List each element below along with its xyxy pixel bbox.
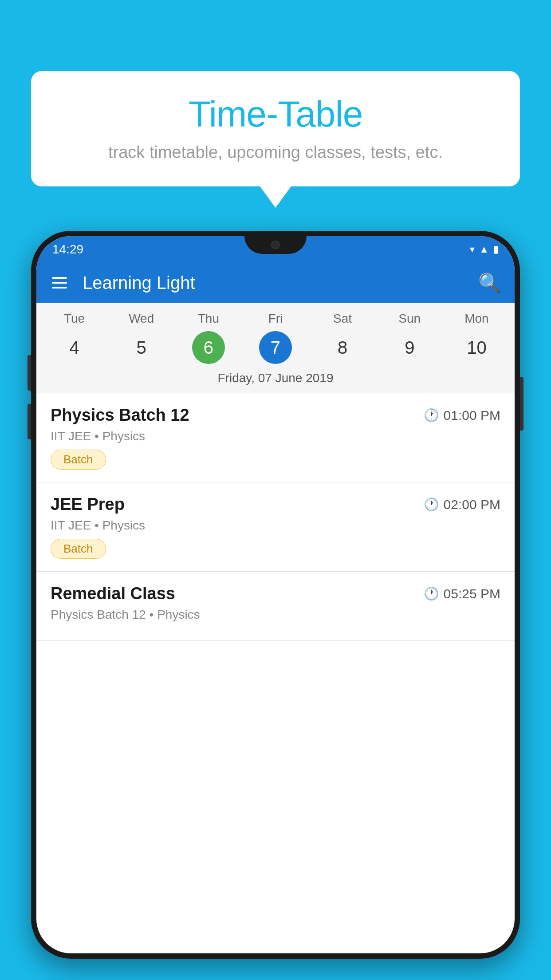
volume-down-button[interactable] [28, 404, 31, 439]
volume-up-button[interactable] [28, 355, 31, 391]
selected-date-label: Friday, 07 June 2019 [36, 364, 515, 393]
schedule-subtitle: IIT JEE • Physics [51, 518, 500, 533]
phone-wrapper: 14:29 ▾ ▲ ▮ Learning Light 🔍 [31, 231, 520, 980]
phone-frame: 14:29 ▾ ▲ ▮ Learning Light 🔍 [31, 231, 520, 959]
schedule-item-header: Physics Batch 12🕐01:00 PM [51, 406, 500, 425]
schedule-item-header: JEE Prep🕐02:00 PM [51, 495, 500, 514]
batch-badge: Batch [51, 450, 106, 470]
bubble-title: Time-Table [58, 93, 493, 135]
day-cell-thu[interactable]: Thu6 [177, 312, 240, 364]
schedule-subtitle: IIT JEE • Physics [51, 429, 500, 443]
schedule-title: JEE Prep [51, 495, 125, 514]
day-number: 4 [58, 331, 91, 364]
day-number: 5 [125, 331, 158, 364]
day-name: Tue [64, 312, 85, 326]
day-number: 10 [460, 331, 493, 364]
search-icon[interactable]: 🔍 [478, 272, 501, 294]
schedule-time: 🕐02:00 PM [424, 497, 500, 512]
day-number: 7 [259, 331, 292, 364]
day-name: Thu [198, 312, 219, 326]
power-button[interactable] [520, 377, 523, 431]
day-name: Fri [268, 312, 283, 326]
app-bar: Learning Light 🔍 [36, 263, 515, 303]
front-camera [271, 241, 280, 249]
day-cell-tue[interactable]: Tue4 [43, 312, 106, 364]
schedule-item[interactable]: Physics Batch 12🕐01:00 PMIIT JEE • Physi… [36, 393, 515, 482]
schedule-title: Remedial Class [51, 584, 175, 603]
status-icons: ▾ ▲ ▮ [470, 244, 499, 255]
day-number: 6 [192, 331, 225, 364]
schedule-item[interactable]: JEE Prep🕐02:00 PMIIT JEE • PhysicsBatch [36, 482, 515, 572]
status-bar: 14:29 ▾ ▲ ▮ [36, 236, 515, 263]
time-text: 01:00 PM [444, 408, 500, 423]
wifi-icon: ▾ [470, 244, 475, 255]
days-row: Tue4Wed5Thu6Fri7Sat8Sun9Mon10 [36, 312, 515, 364]
day-cell-sun[interactable]: Sun9 [378, 312, 441, 364]
day-number: 8 [326, 331, 359, 364]
day-name: Wed [129, 312, 154, 326]
schedule-item-header: Remedial Class🕐05:25 PM [51, 584, 500, 603]
day-cell-fri[interactable]: Fri7 [244, 312, 307, 364]
day-name: Sat [333, 312, 352, 326]
notch [244, 236, 307, 254]
speech-bubble: Time-Table track timetable, upcoming cla… [31, 71, 520, 186]
day-name: Mon [464, 312, 488, 326]
day-cell-wed[interactable]: Wed5 [110, 312, 173, 364]
calendar-strip: Tue4Wed5Thu6Fri7Sat8Sun9Mon10 Friday, 07… [36, 303, 515, 393]
status-time: 14:29 [52, 242, 83, 257]
time-text: 05:25 PM [444, 586, 500, 601]
phone-screen: 14:29 ▾ ▲ ▮ Learning Light 🔍 [36, 236, 515, 953]
schedule-time: 🕐01:00 PM [424, 408, 500, 423]
bubble-subtitle: track timetable, upcoming classes, tests… [58, 143, 493, 162]
day-name: Sun [398, 312, 421, 326]
day-cell-sat[interactable]: Sat8 [311, 312, 374, 364]
clock-icon: 🕐 [424, 408, 439, 423]
clock-icon: 🕐 [424, 586, 439, 601]
schedule-time: 🕐05:25 PM [424, 586, 500, 601]
app-title: Learning Light [83, 273, 465, 293]
schedule-item[interactable]: Remedial Class🕐05:25 PMPhysics Batch 12 … [36, 572, 515, 641]
speech-bubble-container: Time-Table track timetable, upcoming cla… [31, 71, 520, 186]
batch-badge: Batch [51, 539, 106, 559]
menu-icon[interactable] [50, 275, 69, 291]
clock-icon: 🕐 [424, 497, 439, 512]
schedule-subtitle: Physics Batch 12 • Physics [51, 608, 500, 622]
signal-icon: ▲ [479, 244, 489, 255]
schedule-list: Physics Batch 12🕐01:00 PMIIT JEE • Physi… [36, 393, 515, 641]
time-text: 02:00 PM [444, 497, 500, 512]
schedule-title: Physics Batch 12 [51, 406, 189, 425]
day-cell-mon[interactable]: Mon10 [445, 312, 508, 364]
battery-icon: ▮ [493, 244, 499, 255]
day-number: 9 [393, 331, 426, 364]
